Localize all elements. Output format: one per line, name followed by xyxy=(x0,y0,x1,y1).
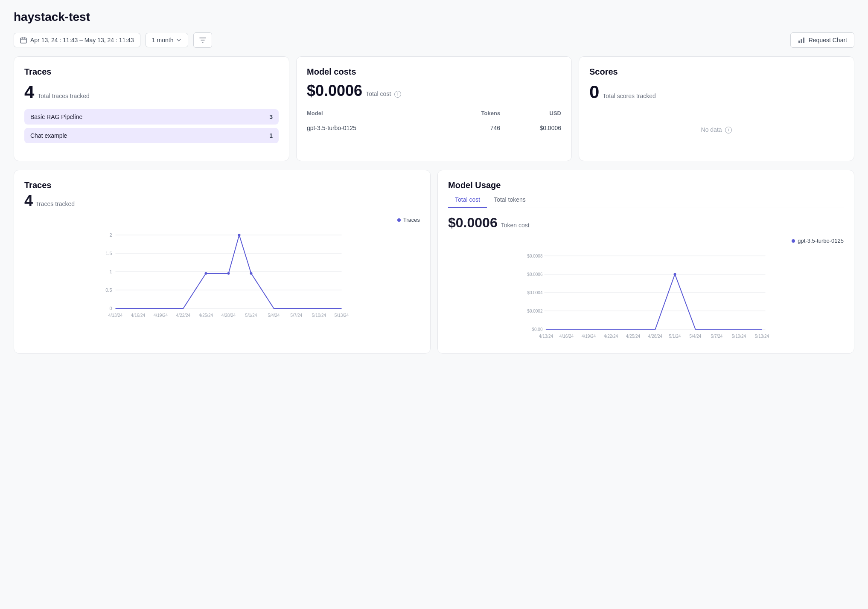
filter-icon xyxy=(199,36,207,44)
svg-text:4/13/24: 4/13/24 xyxy=(108,313,123,318)
model-tokens: 746 xyxy=(446,120,500,136)
traces-chart-area: 2 1.5 1 0.5 0 4/13/24 4/16/24 4/19/24 xyxy=(24,226,420,322)
pipeline-name-chat: Chat example xyxy=(30,132,67,139)
traces-chart-card: Traces 4 Traces tracked Traces 2 1.5 1 0 xyxy=(14,170,431,354)
svg-text:5/7/24: 5/7/24 xyxy=(711,334,723,339)
traces-chart-svg: 2 1.5 1 0.5 0 4/13/24 4/16/24 4/19/24 xyxy=(24,226,420,320)
no-data-message: No data i xyxy=(589,109,844,151)
col-usd: USD xyxy=(500,107,561,120)
no-data-info-icon[interactable]: i xyxy=(725,127,732,133)
svg-text:5/10/24: 5/10/24 xyxy=(312,313,326,318)
svg-text:5/13/24: 5/13/24 xyxy=(755,334,769,339)
svg-rect-4 xyxy=(798,41,800,43)
svg-text:4/22/24: 4/22/24 xyxy=(176,313,191,318)
model-usage-chart-svg: $0.0008 $0.0006 $0.0004 $0.0002 $0.00 4/… xyxy=(448,247,844,341)
model-usage-tabs: Total cost Total tokens xyxy=(448,192,844,208)
pipeline-name-rag: Basic RAG Pipeline xyxy=(30,113,82,120)
model-costs-table: Model Tokens USD gpt-3.5-turbo-0125 746 … xyxy=(307,107,561,136)
svg-rect-0 xyxy=(20,38,26,43)
scores-count: 0 xyxy=(589,82,599,102)
model-usage-metric-label: Token cost xyxy=(501,222,530,229)
svg-point-17 xyxy=(205,272,207,275)
model-usage-legend: gpt-3.5-turbo-0125 xyxy=(448,238,844,244)
model-costs-amount: $0.0006 xyxy=(307,82,362,100)
pipeline-count-chat: 1 xyxy=(269,132,273,139)
bar-chart-icon xyxy=(798,36,805,44)
scores-card: Scores 0 Total scores tracked No data i xyxy=(579,56,854,161)
table-row: gpt-3.5-turbo-0125 746 $0.0006 xyxy=(307,120,561,136)
svg-text:4/25/24: 4/25/24 xyxy=(199,313,213,318)
model-costs-title: Model costs xyxy=(307,67,561,77)
svg-text:$0.0008: $0.0008 xyxy=(527,254,543,258)
pipeline-count-rag: 3 xyxy=(269,113,273,120)
page-title: haystack-test xyxy=(14,10,854,24)
calendar-icon xyxy=(20,37,27,44)
model-usage-metric: $0.0006 xyxy=(448,215,498,231)
traces-legend-label: Traces xyxy=(403,217,420,223)
svg-point-18 xyxy=(227,272,230,275)
svg-text:4/28/24: 4/28/24 xyxy=(648,334,663,339)
svg-text:$0.0002: $0.0002 xyxy=(527,309,543,313)
svg-text:5/4/24: 5/4/24 xyxy=(268,313,280,318)
request-chart-button[interactable]: Request Chart xyxy=(790,32,854,48)
toolbar: Apr 13, 24 : 11:43 – May 13, 24 : 11:43 … xyxy=(14,32,854,48)
model-usage-legend-dot xyxy=(792,239,795,243)
bottom-charts: Traces 4 Traces tracked Traces 2 1.5 1 0 xyxy=(14,170,854,354)
traces-card-title: Traces xyxy=(24,67,279,77)
traces-card: Traces 4 Total traces tracked Basic RAG … xyxy=(14,56,289,161)
date-range-button[interactable]: Apr 13, 24 : 11:43 – May 13, 24 : 11:43 xyxy=(14,33,140,47)
svg-text:$0.0004: $0.0004 xyxy=(527,290,543,295)
model-usage-chart-area: $0.0008 $0.0006 $0.0004 $0.0002 $0.00 4/… xyxy=(448,247,844,343)
scores-metric-label: Total scores tracked xyxy=(603,93,656,99)
traces-metric-label: Total traces tracked xyxy=(38,93,89,99)
svg-text:$0.00: $0.00 xyxy=(532,327,542,332)
tab-total-tokens[interactable]: Total tokens xyxy=(487,192,533,208)
svg-text:5/1/24: 5/1/24 xyxy=(245,313,257,318)
request-chart-label: Request Chart xyxy=(809,37,847,44)
traces-chart-legend: Traces xyxy=(24,217,420,223)
svg-rect-6 xyxy=(803,38,804,43)
chevron-down-icon xyxy=(176,37,182,43)
period-select-button[interactable]: 1 month xyxy=(146,33,189,47)
svg-text:4/16/24: 4/16/24 xyxy=(559,334,574,339)
svg-text:2: 2 xyxy=(109,232,112,238)
model-usage-chart-card: Model Usage Total cost Total tokens $0.0… xyxy=(437,170,854,354)
pipeline-item-chat[interactable]: Chat example 1 xyxy=(24,128,279,143)
period-label: 1 month xyxy=(152,37,174,44)
scores-card-title: Scores xyxy=(589,67,844,77)
tab-total-cost[interactable]: Total cost xyxy=(448,192,487,208)
traces-chart-count: 4 xyxy=(24,192,33,210)
date-range-label: Apr 13, 24 : 11:43 – May 13, 24 : 11:43 xyxy=(30,37,134,44)
model-costs-metric-label: Total cost i xyxy=(366,90,401,98)
traces-chart-title: Traces xyxy=(24,180,420,190)
svg-text:5/10/24: 5/10/24 xyxy=(732,334,746,339)
svg-point-20 xyxy=(250,272,253,275)
model-usd: $0.0006 xyxy=(500,120,561,136)
svg-text:0.5: 0.5 xyxy=(105,287,112,293)
svg-text:5/13/24: 5/13/24 xyxy=(335,313,349,318)
svg-point-19 xyxy=(238,234,241,236)
model-costs-metric-row: $0.0006 Total cost i xyxy=(307,82,561,100)
model-costs-card: Model costs $0.0006 Total cost i Model T… xyxy=(296,56,572,161)
filter-button[interactable] xyxy=(193,32,212,48)
top-cards: Traces 4 Total traces tracked Basic RAG … xyxy=(14,56,854,161)
svg-text:4/22/24: 4/22/24 xyxy=(604,334,618,339)
svg-rect-5 xyxy=(801,39,802,43)
traces-chart-subtitle: Traces tracked xyxy=(35,200,75,207)
total-cost-info-icon[interactable]: i xyxy=(394,91,401,98)
svg-text:4/13/24: 4/13/24 xyxy=(539,334,553,339)
col-tokens: Tokens xyxy=(446,107,500,120)
svg-text:0: 0 xyxy=(109,306,112,311)
col-model: Model xyxy=(307,107,446,120)
pipeline-item-rag[interactable]: Basic RAG Pipeline 3 xyxy=(24,109,279,125)
svg-text:1: 1 xyxy=(109,269,112,274)
traces-metric-row: 4 Total traces tracked xyxy=(24,82,279,102)
model-usage-title: Model Usage xyxy=(448,180,844,190)
model-name: gpt-3.5-turbo-0125 xyxy=(307,120,446,136)
svg-text:4/25/24: 4/25/24 xyxy=(626,334,641,339)
model-usage-legend-label: gpt-3.5-turbo-0125 xyxy=(798,238,844,244)
scores-metric-row: 0 Total scores tracked xyxy=(589,82,844,102)
svg-text:$0.0006: $0.0006 xyxy=(527,272,543,277)
svg-text:4/16/24: 4/16/24 xyxy=(131,313,146,318)
svg-text:5/7/24: 5/7/24 xyxy=(291,313,303,318)
